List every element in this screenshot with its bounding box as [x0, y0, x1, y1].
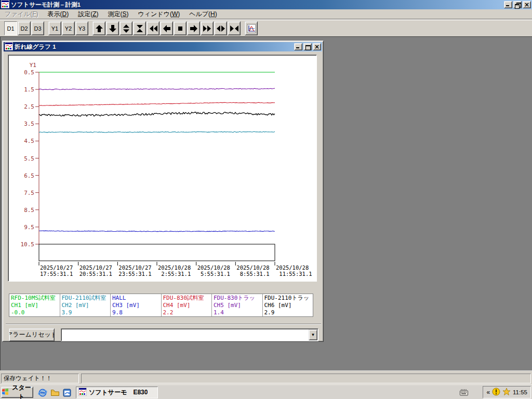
series-line-ch6 — [39, 112, 275, 116]
toolbar-stop-button[interactable] — [174, 21, 187, 35]
series-line-ch5 — [39, 88, 275, 90]
toolbar-y1-button[interactable]: Y1 — [48, 21, 61, 35]
line-chart: Y10.51.52.53.54.55.56.57.58.59.510.52025… — [9, 56, 316, 281]
menu-item[interactable]: ファイル(F) — [0, 9, 43, 19]
security-shield-icon[interactable] — [492, 388, 500, 397]
toolbar-y3-button[interactable]: Y3 — [75, 21, 88, 35]
internet-explorer-icon[interactable] — [37, 388, 48, 398]
start-button[interactable]: スタート — [1, 387, 33, 398]
x-tick-time: 17:55:31.1 — [40, 271, 73, 277]
toolbar: D1D2D3Y1Y2Y3 — [0, 20, 532, 36]
y-tick-label: 7.5 — [24, 190, 34, 196]
x-tick-time: 23:55:31.1 — [118, 271, 151, 277]
channel-id: CH6 [mV] — [264, 302, 312, 309]
bottom-box — [39, 244, 275, 261]
channel-name: FDU-2110トラッ — [264, 295, 312, 302]
app-icon — [1, 0, 9, 10]
star-icon[interactable] — [502, 388, 511, 397]
y-tick-label: 0.5 — [24, 69, 34, 76]
toolbar-d2-button[interactable]: D2 — [18, 21, 31, 35]
toolbar-scroll-down-button[interactable] — [106, 21, 119, 35]
restore-button[interactable] — [513, 1, 522, 8]
graph-minimize-button[interactable] — [294, 43, 302, 50]
separator-line — [6, 324, 321, 325]
menu-bar: ファイル(F)表示(D)設定(Z)測定(S)ウィンドウ(W)ヘルプ(H) — [0, 9, 532, 19]
channel-name: RFD-10MS試料室 — [11, 295, 59, 302]
y-tick-label: 1.5 — [24, 86, 34, 93]
chart-panel: Y10.51.52.53.54.55.56.57.58.59.510.52025… — [8, 55, 317, 282]
x-tick-time: 8:55:31.1 — [236, 271, 269, 277]
rewind-icon — [149, 24, 158, 33]
close-button[interactable]: × — [523, 1, 531, 8]
y-tick-label: 2.5 — [24, 103, 34, 110]
y-tick-label: 9.5 — [24, 224, 34, 231]
menu-item[interactable]: ウィンドウ(W) — [134, 9, 185, 19]
toolbar-scroll-left-button[interactable] — [160, 21, 173, 35]
channel-id: CH1 [mV] — [11, 302, 59, 309]
toolbar-compress-vertical-button[interactable] — [133, 21, 146, 35]
menu-item[interactable]: 設定(Z) — [73, 9, 103, 19]
legend-cell-ch5: FDU-830トラッCH5 [mV]1.4 — [212, 294, 263, 316]
compress-horizontal-icon — [230, 24, 239, 33]
y-tick-label: 6.5 — [24, 172, 34, 179]
toolbar-d1-button[interactable]: D1 — [4, 21, 17, 35]
fast-forward-icon — [203, 24, 212, 33]
toolbar-scroll-up-button[interactable] — [92, 21, 105, 35]
task-app-icon — [78, 388, 87, 397]
x-tick-time: 11:55:31.1 — [276, 271, 312, 277]
channel-value: 2.9 — [264, 309, 312, 316]
graph-maximize-button[interactable] — [303, 43, 312, 50]
x-tick-time: 20:55:31.1 — [79, 271, 112, 277]
toolbar-scroll-right-button[interactable] — [187, 21, 200, 35]
graph-close-button[interactable]: × — [313, 43, 321, 50]
channel-id: CH4 [mV] — [163, 302, 211, 309]
mdi-area: 折れ線グラフ 1 × Y10.51.52.53.54.55.56.57.58.5… — [0, 36, 532, 370]
chevron-left-icon[interactable]: « — [486, 387, 490, 397]
toolbar-expand-vertical-button[interactable] — [119, 21, 132, 35]
menu-item[interactable]: 測定(S) — [103, 9, 133, 19]
x-tick-date: 2025/10/27 — [118, 264, 151, 271]
windows-logo-icon — [2, 388, 9, 397]
application-window: ソフトサーモ計測－計測1 × ファイル(F)表示(D)設定(Z)測定(S)ウィン… — [0, 0, 532, 399]
toolbar-d3-button[interactable]: D3 — [31, 21, 44, 35]
taskbar-clock: 11:55 — [513, 389, 527, 395]
status-bar: 保存ウェイト！！ — [0, 370, 532, 384]
channel-name: FDU-830トラッ — [214, 295, 261, 302]
keyboard-icon[interactable] — [459, 388, 469, 398]
toolbar-compress-horizontal-button[interactable] — [228, 21, 241, 35]
window-title: ソフトサーモ計測－計測1 — [11, 1, 504, 9]
x-tick-time: 5:55:31.1 — [197, 271, 230, 277]
toolbar-graph-settings-button[interactable] — [245, 21, 258, 35]
channel-value: 2.2 — [163, 309, 211, 316]
compress-vertical-icon — [135, 24, 144, 33]
graph-window: 折れ線グラフ 1 × Y10.51.52.53.54.55.56.57.58.5… — [2, 41, 324, 342]
channel-name: FDU-2110試料室 — [62, 295, 110, 302]
channel-id: CH3 [mV] — [112, 302, 160, 309]
toolbar-expand-horizontal-button[interactable] — [214, 21, 227, 35]
x-tick-date: 2025/10/27 — [40, 264, 73, 271]
alarm-combobox[interactable]: ▼ — [61, 328, 318, 341]
toolbar-y2-button[interactable]: Y2 — [62, 21, 75, 35]
toolbar-rewind-button[interactable] — [147, 21, 159, 35]
y-tick-label: 5.5 — [24, 155, 34, 162]
menu-item[interactable]: 表示(D) — [43, 9, 73, 19]
x-tick-date: 2025/10/28 — [158, 264, 191, 271]
legend-cell-ch6: FDU-2110トラッCH6 [mV]2.9 — [263, 294, 313, 316]
folder-icon[interactable] — [50, 388, 60, 398]
toolbar-fast-forward-button[interactable] — [201, 21, 214, 35]
scroll-right-icon — [189, 24, 198, 33]
channel-id: CH5 [mV] — [214, 302, 261, 309]
launch-window-icon[interactable] — [62, 388, 72, 398]
channel-legend: RFD-10MS試料室CH1 [mV]-0.0FDU-2110試料室CH2 [m… — [9, 294, 313, 317]
minimize-button[interactable] — [504, 1, 512, 8]
alarm-reset-button[interactable]: アラームリセット — [9, 328, 55, 341]
menu-item[interactable]: ヘルプ(H) — [184, 9, 222, 19]
y-tick-label: 8.5 — [24, 207, 34, 214]
x-tick-time: 2:55:31.1 — [158, 271, 191, 277]
combo-dropdown-button[interactable]: ▼ — [309, 329, 317, 340]
channel-name: HALL — [112, 295, 160, 302]
taskbar-app-button[interactable]: ソフトサーモ E830 — [76, 387, 158, 398]
graph-window-icon — [5, 42, 13, 52]
task-button-label: ソフトサーモ E830 — [89, 388, 148, 397]
status-message: 保存ウェイト！！ — [1, 374, 79, 383]
